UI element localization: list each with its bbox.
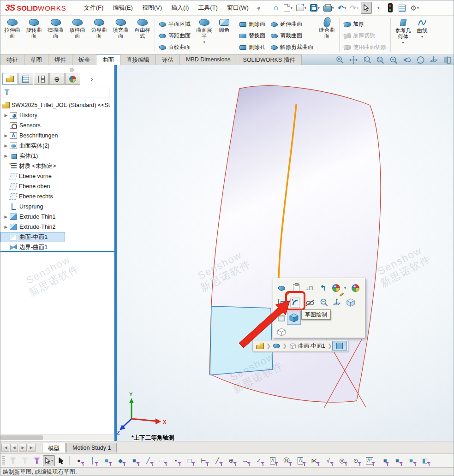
rebuild-button[interactable] bbox=[385, 2, 396, 14]
tree-item-history[interactable]: ▶ History bbox=[0, 110, 114, 120]
expand-arrow[interactable]: ▶ bbox=[2, 225, 10, 229]
panel-horizontal-scrollbar[interactable] bbox=[0, 434, 114, 440]
rotate-view-icon[interactable] bbox=[415, 55, 426, 65]
reference-geometry-button[interactable]: 参考几何体 ▾ bbox=[392, 17, 414, 53]
nav-next-button[interactable]: ▶ bbox=[19, 444, 27, 452]
select-caret[interactable]: ▾ bbox=[51, 458, 53, 463]
tree-item-sensors[interactable]: Sensors bbox=[0, 120, 114, 131]
filter-sketch-points[interactable]: ▪ bbox=[169, 455, 183, 466]
hide-icon[interactable] bbox=[304, 296, 317, 309]
thickened-cut-button[interactable]: 加厚切除 bbox=[341, 30, 389, 42]
lofted-surface-button[interactable]: 放样曲面 bbox=[66, 17, 88, 53]
tree-root-part[interactable]: SWX2025_Fillet_JOE (Standard) <<St bbox=[0, 100, 114, 110]
fillet-button[interactable]: 圆角 bbox=[215, 17, 233, 53]
thicken-button[interactable]: 加厚 bbox=[341, 18, 389, 30]
flatten-caret[interactable]: ▾ bbox=[203, 40, 205, 44]
save-button[interactable]: ▾ bbox=[309, 2, 321, 14]
flatten-surface-button[interactable]: 曲面展平 ▾ bbox=[193, 17, 215, 53]
breadcrumb-part[interactable] bbox=[254, 342, 266, 350]
edit-appearance-icon[interactable] bbox=[329, 282, 342, 294]
untrim-surface-button[interactable]: 解除剪裁曲面 bbox=[268, 42, 316, 53]
normal-to-icon[interactable] bbox=[330, 296, 343, 309]
tab-direct-editing[interactable]: 直接编辑 bbox=[120, 54, 156, 65]
feature-manager-tab[interactable] bbox=[2, 73, 18, 85]
zoom-in-out-icon[interactable] bbox=[361, 55, 372, 65]
trim-surface-button[interactable]: 剪裁曲面 bbox=[268, 30, 316, 42]
tab-motion-study-1[interactable]: Motion Study 1 bbox=[66, 443, 117, 452]
view-orientation-icon[interactable] bbox=[344, 296, 357, 309]
undo-caret[interactable]: ▾ bbox=[344, 6, 346, 10]
curves-caret[interactable]: ▾ bbox=[421, 35, 423, 39]
filter-dowel-pins[interactable]: ⊙ bbox=[349, 455, 363, 466]
pin-menu-icon[interactable]: ➤ bbox=[254, 4, 263, 12]
planar-surface-button[interactable]: 平面区域 bbox=[156, 18, 193, 30]
section-view-icon[interactable] bbox=[275, 312, 288, 324]
new-document-button[interactable]: ▾ bbox=[282, 2, 294, 14]
menu-window[interactable]: 窗口(W) bbox=[222, 1, 253, 15]
filter-dimensions[interactable]: ↔ bbox=[238, 455, 252, 466]
lasso-select-button[interactable] bbox=[55, 455, 67, 466]
redo-button[interactable]: ↷▾ bbox=[348, 2, 359, 14]
tree-item-midsurface1[interactable]: 曲面-中面1 bbox=[0, 232, 65, 242]
filter-routing-points[interactable]: –■– bbox=[390, 455, 404, 466]
tree-item-annotations[interactable]: ▶ Beschriftungen bbox=[0, 131, 114, 141]
revolved-surface-button[interactable]: 旋转曲面 bbox=[23, 17, 45, 53]
filter-sketch-segments[interactable]: ╱ bbox=[141, 455, 155, 466]
breadcrumb-body[interactable] bbox=[271, 343, 282, 349]
menu-file[interactable]: 文件(F) bbox=[79, 1, 108, 15]
dimxpert-manager-tab[interactable]: ⊕ bbox=[49, 73, 65, 85]
select-tool-button[interactable] bbox=[361, 2, 372, 14]
display-manager-tab[interactable] bbox=[65, 73, 80, 85]
breadcrumb-feature[interactable]: 曲面-中面1 bbox=[287, 341, 328, 351]
breadcrumb-face-selected[interactable] bbox=[332, 341, 347, 351]
scrollbar-thumb[interactable] bbox=[0, 435, 43, 440]
configuration-manager-tab[interactable] bbox=[34, 73, 49, 85]
graphics-viewport[interactable]: Y X Z *上下二等角轴测 ↓ ↰ ▾ bbox=[117, 65, 454, 441]
print-caret[interactable]: ▾ bbox=[332, 6, 334, 10]
normal-to-icon[interactable] bbox=[428, 55, 439, 65]
zoom-selection-icon[interactable] bbox=[388, 55, 399, 65]
swept-surface-button[interactable]: 扫描曲面 bbox=[45, 17, 66, 53]
open-caret[interactable]: ▾ bbox=[305, 6, 306, 10]
filter-notes[interactable]: A bbox=[266, 455, 280, 466]
tree-item-surface-bodies[interactable]: ▶ 曲面实体(2) bbox=[0, 141, 114, 151]
open-button[interactable]: ▾ bbox=[295, 2, 308, 14]
tree-item-extrude-thin2[interactable]: ▶ Extrude-Thin2 bbox=[0, 222, 114, 232]
filter-connection-points[interactable]: –■ bbox=[376, 455, 390, 466]
filter-planes[interactable]: ▭ bbox=[155, 455, 169, 466]
options-caret[interactable]: ▾ bbox=[417, 6, 419, 10]
ruled-surface-button[interactable]: 直纹曲面 bbox=[156, 42, 193, 53]
tree-item-right-plane[interactable]: Ebene rechts bbox=[0, 191, 114, 202]
menu-tools[interactable]: 工具(T) bbox=[193, 1, 222, 15]
filled-surface-button[interactable]: 填充曲面 bbox=[110, 17, 131, 53]
filter-datum-targets[interactable]: ◎ bbox=[335, 455, 349, 466]
menu-edit[interactable]: 编辑(E) bbox=[108, 1, 137, 15]
expand-arrow[interactable]: ▶ bbox=[2, 133, 10, 138]
tree-item-front-plane[interactable]: Ebene vorne bbox=[0, 171, 114, 181]
zoom-to-selection-icon[interactable] bbox=[317, 296, 330, 309]
tab-model[interactable]: 模型 bbox=[42, 443, 66, 452]
freeform-button[interactable]: 自由样式 bbox=[131, 17, 153, 53]
reference-geometry-caret[interactable]: ▾ bbox=[402, 41, 404, 45]
extruded-surface-button[interactable]: 拉伸曲面 bbox=[1, 17, 23, 53]
print-button[interactable]: ▾ bbox=[322, 2, 335, 14]
filter-blocks[interactable]: A° bbox=[363, 455, 376, 466]
section-view-icon[interactable] bbox=[442, 55, 453, 65]
nav-prev-button[interactable]: ◀ bbox=[10, 444, 18, 452]
rollback-icon[interactable]: ↰ bbox=[317, 282, 329, 294]
curves-button[interactable]: 曲线 ▾ bbox=[414, 17, 430, 53]
filter-vertices[interactable]: ● bbox=[72, 455, 86, 466]
appearance-caret[interactable]: ▾ bbox=[342, 282, 348, 294]
command-manager-toggle-button[interactable] bbox=[397, 2, 408, 14]
zoom-fit-icon[interactable] bbox=[335, 55, 346, 65]
filter-balloons[interactable]: Ⓝ bbox=[280, 455, 293, 466]
shaded-view-button[interactable] bbox=[287, 311, 301, 325]
extend-surface-button[interactable]: 延伸曲面 bbox=[268, 18, 316, 30]
new-document-caret[interactable]: ▾ bbox=[291, 6, 293, 10]
clear-all-filters-icon[interactable] bbox=[19, 455, 31, 466]
filter-toggle-icon[interactable] bbox=[7, 455, 19, 466]
menu-insert[interactable]: 插入(I) bbox=[167, 1, 193, 15]
toolbar-grip[interactable] bbox=[2, 456, 5, 465]
tab-evaluate[interactable]: 评估 bbox=[156, 54, 180, 65]
expand-arrow[interactable]: ▶ bbox=[2, 113, 10, 118]
